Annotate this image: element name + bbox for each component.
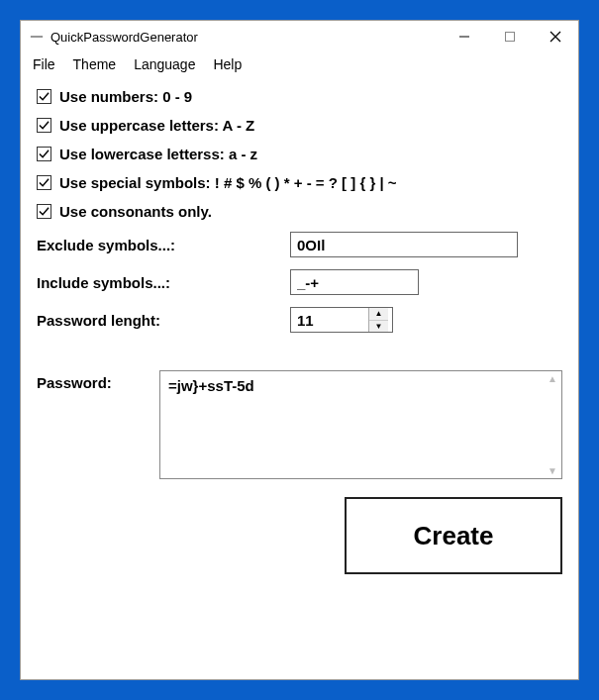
password-section: Password: =jw}+ssT-5d ▲ ▼ [37, 370, 562, 479]
option-special: Use special symbols: ! # $ % ( ) * + - =… [37, 174, 562, 191]
length-input[interactable] [291, 308, 368, 332]
app-icon [29, 29, 45, 45]
content-area: Use numbers: 0 - 9 Use uppercase letters… [21, 80, 578, 679]
checkbox-consonants[interactable] [37, 204, 51, 219]
svg-rect-0 [31, 36, 43, 38]
length-row: Password lenght: ▲ ▼ [37, 307, 562, 333]
password-label: Password: [37, 370, 148, 479]
exclude-label: Exclude symbols...: [37, 237, 290, 253]
option-lowercase-label: Use lowercase letterss: a - z [59, 146, 257, 162]
menu-help[interactable]: Help [213, 56, 242, 72]
include-label: Include symbols...: [37, 274, 290, 291]
checkbox-numbers[interactable] [37, 89, 51, 104]
menu-file[interactable]: File [33, 56, 55, 72]
exclude-input[interactable] [290, 232, 518, 257]
checkbox-uppercase[interactable] [37, 118, 51, 133]
menu-bar: File Theme Language Help [21, 52, 578, 80]
menu-theme[interactable]: Theme [73, 56, 117, 72]
maximize-button[interactable] [487, 21, 533, 52]
scrollbar[interactable]: ▲ ▼ [544, 371, 561, 478]
option-uppercase: Use uppercase letters: A - Z [37, 117, 562, 134]
option-lowercase: Use lowercase letterss: a - z [37, 146, 562, 162]
minimize-button[interactable] [442, 21, 487, 52]
include-input[interactable] [290, 269, 419, 295]
app-window: QuickPasswordGenerator File Theme Langua… [20, 20, 579, 680]
exclude-row: Exclude symbols...: [37, 232, 562, 257]
option-numbers-label: Use numbers: 0 - 9 [59, 88, 192, 105]
length-spinner: ▲ ▼ [290, 307, 393, 333]
option-consonants-label: Use consonants only. [59, 203, 212, 220]
option-uppercase-label: Use uppercase letters: A - Z [59, 117, 254, 134]
option-numbers: Use numbers: 0 - 9 [37, 88, 562, 105]
svg-rect-2 [506, 33, 515, 42]
spin-up-button[interactable]: ▲ [369, 308, 388, 321]
include-row: Include symbols...: [37, 269, 562, 295]
length-label: Password lenght: [37, 312, 290, 329]
option-consonants: Use consonants only. [37, 203, 562, 220]
scroll-down-icon: ▼ [548, 465, 557, 476]
window-title: QuickPasswordGenerator [50, 30, 198, 45]
option-special-label: Use special symbols: ! # $ % ( ) * + - =… [59, 174, 397, 191]
checkbox-lowercase[interactable] [37, 147, 51, 161]
checkbox-special[interactable] [37, 175, 51, 190]
password-output[interactable]: =jw}+ssT-5d ▲ ▼ [159, 370, 562, 479]
scroll-up-icon: ▲ [548, 373, 557, 384]
create-button[interactable]: Create [345, 497, 562, 574]
close-button[interactable] [533, 21, 578, 52]
title-bar: QuickPasswordGenerator [21, 21, 578, 52]
create-button-label: Create [414, 521, 494, 551]
menu-language[interactable]: Language [134, 56, 195, 72]
password-value: =jw}+ssT-5d [168, 377, 254, 394]
spin-down-button[interactable]: ▼ [369, 321, 388, 333]
create-row: Create [37, 497, 562, 574]
